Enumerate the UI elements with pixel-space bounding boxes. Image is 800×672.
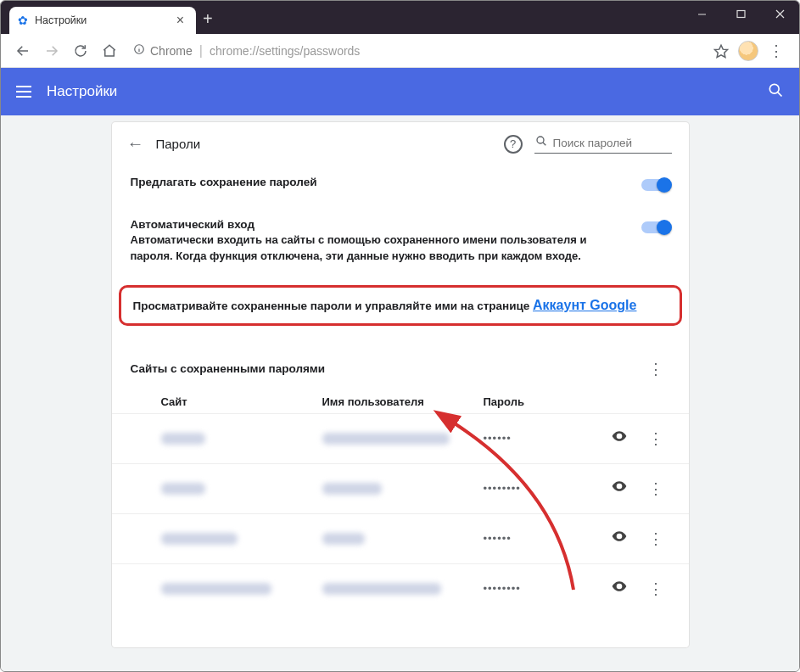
row-more-icon[interactable]: ⋮ <box>641 526 670 552</box>
new-tab-button[interactable]: + <box>203 9 213 29</box>
svg-line-13 <box>543 143 545 145</box>
table-header: Сайт Имя пользователя Пароль <box>112 384 689 413</box>
manage-text: Просматривайте сохраненные пароли и упра… <box>133 300 534 312</box>
offer-save-toggle[interactable] <box>641 179 670 191</box>
section-header: ← Пароли ? <box>112 122 689 162</box>
saved-heading-row: Сайты с сохраненными паролями ⋮ <box>112 334 689 384</box>
svg-rect-1 <box>737 10 745 17</box>
saved-more-icon[interactable]: ⋮ <box>641 356 670 382</box>
window-controls <box>682 1 799 26</box>
content-viewport: ← Пароли ? Предлагать сохранение паролей… <box>1 115 799 672</box>
row-more-icon[interactable]: ⋮ <box>641 476 670 501</box>
help-icon[interactable]: ? <box>504 135 523 154</box>
bookmark-star-icon[interactable] <box>709 39 733 63</box>
manage-passwords-callout: Просматривайте сохраненные пароли и упра… <box>119 285 682 326</box>
show-password-icon[interactable] <box>611 528 628 549</box>
col-site: Сайт <box>161 395 322 408</box>
address-bar[interactable]: Chrome | chrome://settings/passwords <box>126 39 704 63</box>
reload-button[interactable] <box>69 39 92 63</box>
svg-line-11 <box>778 92 782 97</box>
col-user: Имя пользователя <box>322 395 484 408</box>
offer-save-row: Предлагать сохранение паролей <box>112 162 689 204</box>
auto-signin-desc: Автоматически входить на сайты с помощью… <box>131 232 628 265</box>
show-password-icon[interactable] <box>611 428 628 449</box>
row-more-icon[interactable]: ⋮ <box>641 576 670 602</box>
settings-icon: ✿ <box>18 14 28 27</box>
row-more-icon[interactable]: ⋮ <box>641 426 670 451</box>
browser-menu-icon[interactable]: ⋮ <box>764 42 789 60</box>
password-search[interactable] <box>534 134 672 154</box>
search-icon <box>534 134 548 151</box>
svg-marker-9 <box>715 45 728 57</box>
password-mask: •••••• <box>484 432 611 445</box>
url-scheme: Chrome <box>150 44 193 58</box>
passwords-card: ← Пароли ? Предлагать сохранение паролей… <box>112 122 689 647</box>
section-title: Пароли <box>156 137 492 151</box>
show-password-icon[interactable] <box>611 578 628 599</box>
minimize-button[interactable] <box>682 1 721 26</box>
offer-save-label: Предлагать сохранение паролей <box>131 176 628 188</box>
settings-search-icon[interactable] <box>767 81 784 102</box>
google-account-link[interactable]: Аккаунт Google <box>533 298 636 312</box>
window-titlebar: ✿ Настройки × + <box>1 1 799 34</box>
scroll-area[interactable]: ← Пароли ? Предлагать сохранение паролей… <box>1 115 799 672</box>
back-arrow-icon[interactable]: ← <box>127 134 144 154</box>
table-row: •••••• ⋮ <box>112 413 689 463</box>
settings-title: Настройки <box>47 83 767 100</box>
saved-heading: Сайты с сохраненными паролями <box>131 362 641 375</box>
settings-header: Настройки <box>1 68 799 115</box>
table-row: •••••••• ⋮ <box>112 463 689 513</box>
password-mask: •••••• <box>484 532 611 545</box>
close-window-button[interactable] <box>760 1 799 26</box>
nav-back-button[interactable] <box>11 39 35 63</box>
password-mask: •••••••• <box>484 582 611 595</box>
close-tab-icon[interactable]: × <box>173 13 187 28</box>
profile-avatar[interactable] <box>738 41 758 61</box>
site-info-icon[interactable] <box>133 43 145 59</box>
maximize-button[interactable] <box>721 1 760 26</box>
col-password: Пароль <box>484 395 670 408</box>
browser-toolbar: Chrome | chrome://settings/passwords ⋮ <box>1 34 799 68</box>
password-mask: •••••••• <box>484 482 611 495</box>
table-row: •••••••• ⋮ <box>112 563 689 613</box>
auto-signin-row: Автоматический вход Автоматически входит… <box>112 204 689 278</box>
table-row: •••••• ⋮ <box>112 513 689 563</box>
url-path: chrome://settings/passwords <box>210 44 360 58</box>
home-button[interactable] <box>98 39 121 63</box>
show-password-icon[interactable] <box>611 478 628 499</box>
svg-point-10 <box>769 84 779 93</box>
svg-point-12 <box>537 137 544 143</box>
tab-title: Настройки <box>35 14 166 26</box>
password-search-input[interactable] <box>553 137 672 149</box>
auto-signin-toggle[interactable] <box>641 221 670 233</box>
nav-forward-button[interactable] <box>40 39 64 63</box>
auto-signin-label: Автоматический вход <box>131 218 628 231</box>
browser-tab[interactable]: ✿ Настройки × <box>9 7 196 34</box>
menu-icon[interactable] <box>16 86 31 98</box>
